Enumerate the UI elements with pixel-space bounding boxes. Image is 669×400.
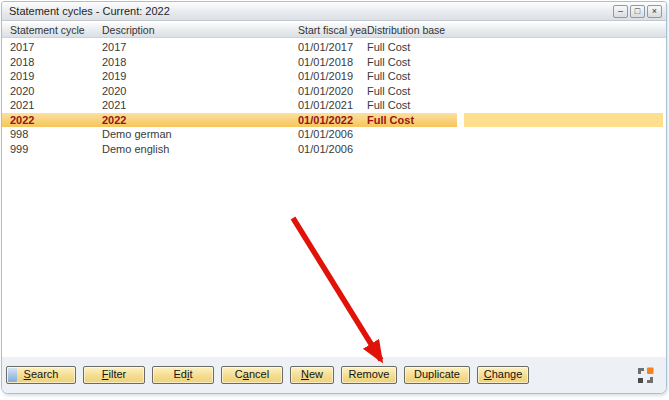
cancel-button[interactable]: Cancel (221, 366, 283, 384)
cell-cycle: 999 (10, 143, 102, 155)
cell-start: 01/01/2022 (298, 114, 367, 126)
cell-description: 2022 (102, 114, 298, 126)
change-button[interactable]: Change (477, 366, 529, 384)
form-resize-icon[interactable] (637, 367, 654, 384)
cell-start: 01/01/2006 (298, 143, 367, 155)
minimize-icon[interactable]: – (613, 5, 628, 18)
filter-button[interactable]: Filter (83, 366, 145, 384)
close-icon[interactable]: × (647, 5, 662, 18)
remove-button[interactable]: Remove (341, 366, 397, 384)
cell-description: 2018 (102, 56, 298, 68)
title-bar: Statement cycles - Current: 2022 – □ × (2, 2, 666, 21)
table-row[interactable]: 2018 2018 01/01/2018 Full Cost (2, 55, 666, 70)
cell-description: Demo english (102, 143, 298, 155)
cell-start: 01/01/2019 (298, 70, 367, 82)
table-row[interactable]: 998 Demo german 01/01/2006 (2, 127, 666, 142)
cell-cycle: 2022 (10, 114, 102, 126)
cell-description: 2021 (102, 99, 298, 111)
cell-cycle: 2020 (10, 85, 102, 97)
column-header-distribution-base[interactable]: Distribution base (367, 24, 457, 36)
cell-cycle: 2017 (10, 41, 102, 53)
cell-base: Full Cost (367, 99, 457, 111)
cell-description: 2020 (102, 85, 298, 97)
cell-description: 2017 (102, 41, 298, 53)
cell-start: 01/01/2021 (298, 99, 367, 111)
cell-cycle: 2019 (10, 70, 102, 82)
column-header-description[interactable]: Description (102, 24, 298, 36)
table-row[interactable]: 2019 2019 01/01/2019 Full Cost (2, 69, 666, 84)
column-header-start-fiscal-year[interactable]: Start fiscal year (298, 24, 367, 36)
duplicate-button[interactable]: Duplicate (404, 366, 470, 384)
selected-row-extension (464, 113, 663, 128)
cell-base: Full Cost (367, 41, 457, 53)
bottom-panel: Search Filter Edit Cancel New Remove Dup… (2, 357, 666, 393)
cell-cycle: 2018 (10, 56, 102, 68)
cell-start: 01/01/2018 (298, 56, 367, 68)
cell-base: Full Cost (367, 114, 457, 126)
cell-cycle: 2021 (10, 99, 102, 111)
column-header-statement-cycle[interactable]: Statement cycle (10, 24, 102, 36)
statement-cycles-table: 2017 2017 01/01/2017 Full Cost 2018 2018… (2, 40, 666, 156)
table-row-selected[interactable]: 2022 2022 01/01/2022 Full Cost (2, 113, 666, 128)
cell-description: 2019 (102, 70, 298, 82)
new-button[interactable]: New (290, 366, 334, 384)
window-controls: – □ × (613, 5, 662, 18)
cell-start: 01/01/2006 (298, 128, 367, 140)
table-row[interactable]: 2021 2021 01/01/2021 Full Cost (2, 98, 666, 113)
statement-cycles-window: Statement cycles - Current: 2022 – □ × S… (1, 1, 667, 394)
search-button[interactable]: Search (6, 366, 76, 384)
cell-base: Full Cost (367, 70, 457, 82)
cell-cycle: 998 (10, 128, 102, 140)
cell-description: Demo german (102, 128, 298, 140)
table-header: Statement cycle Description Start fiscal… (2, 22, 666, 38)
cell-base: Full Cost (367, 85, 457, 97)
button-row: Search Filter Edit Cancel New Remove Dup… (6, 366, 529, 384)
table-row[interactable]: 2017 2017 01/01/2017 Full Cost (2, 40, 666, 55)
edit-button[interactable]: Edit (152, 366, 214, 384)
maximize-icon[interactable]: □ (630, 5, 645, 18)
cell-base: Full Cost (367, 56, 457, 68)
cell-start: 01/01/2020 (298, 85, 367, 97)
table-row[interactable]: 999 Demo english 01/01/2006 (2, 142, 666, 157)
table-row[interactable]: 2020 2020 01/01/2020 Full Cost (2, 84, 666, 99)
cell-start: 01/01/2017 (298, 41, 367, 53)
window-title: Statement cycles - Current: 2022 (9, 5, 170, 17)
